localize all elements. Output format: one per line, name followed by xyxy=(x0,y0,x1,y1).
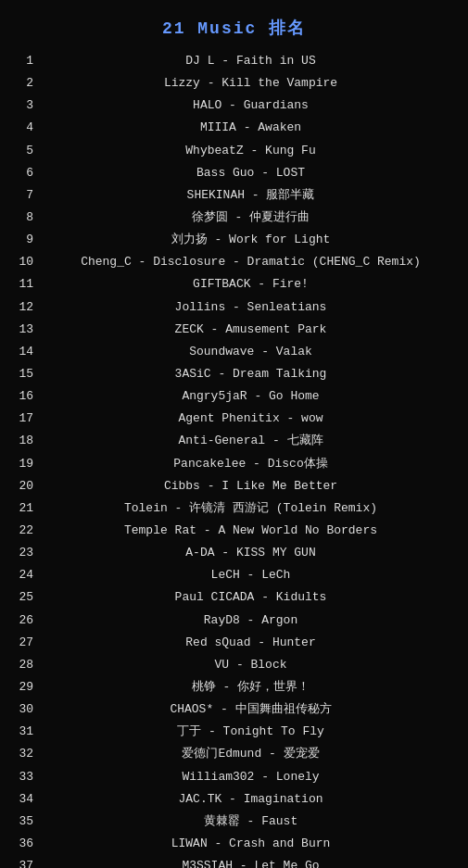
list-item: 24LeCH - LeCh xyxy=(0,564,468,586)
track-title: SHEKINAH - 服部半藏 xyxy=(43,186,459,205)
list-item: 10Cheng_C - Disclosure - Dramatic (CHENG… xyxy=(0,251,468,273)
track-title: GIFTBACK - Fire! xyxy=(43,275,459,294)
list-item: 13ZECK - Amusement Park xyxy=(0,319,468,341)
track-number: 24 xyxy=(9,566,43,585)
track-title: RayD8 - Argon xyxy=(43,611,459,630)
track-number: 5 xyxy=(9,142,43,160)
track-number: 29 xyxy=(9,678,43,697)
track-number: 30 xyxy=(9,700,43,719)
track-title: LIWAN - Crash and Burn xyxy=(43,835,459,853)
track-number: 21 xyxy=(9,499,43,518)
list-item: 2Lizzy - Kill the Vampire xyxy=(0,72,468,94)
track-number: 32 xyxy=(9,745,43,763)
list-item: 28VU - Block xyxy=(0,654,468,676)
track-number: 28 xyxy=(9,656,43,674)
track-number: 12 xyxy=(9,298,43,317)
track-list: 1DJ L - Faith in US2Lizzy - Kill the Vam… xyxy=(0,50,468,868)
track-title: Cheng_C - Disclosure - Dramatic (CHENG_C… xyxy=(43,253,459,271)
track-title: Cibbs - I Like Me Better xyxy=(43,477,459,496)
list-item: 22Temple Rat - A New World No Borders xyxy=(0,520,468,542)
track-title: WhybeatZ - Kung Fu xyxy=(43,142,459,160)
track-title: 刘力扬 - Work for Light xyxy=(43,231,459,249)
track-title: MIIIA - Awaken xyxy=(43,119,459,137)
track-number: 6 xyxy=(9,164,43,182)
list-item: 29桃铮 - 你好，世界！ xyxy=(0,676,468,698)
list-item: 25Paul CICADA - Kidults xyxy=(0,586,468,609)
track-title: JAC.TK - Imagination xyxy=(43,790,459,809)
list-item: 19Pancakelee - Disco体操 xyxy=(0,453,468,475)
track-title: 桃铮 - 你好，世界！ xyxy=(43,678,459,697)
list-item: 18Anti-General - 七藏阵 xyxy=(0,430,468,452)
track-number: 13 xyxy=(9,321,43,339)
track-number: 9 xyxy=(9,231,43,249)
track-number: 23 xyxy=(9,544,43,562)
track-title: Bass Guo - LOST xyxy=(43,164,459,182)
track-number: 34 xyxy=(9,790,43,809)
list-item: 8徐梦圆 - 仲夏进行曲 xyxy=(0,207,468,229)
list-item: 32爱德门Edmund - 爱宠爱 xyxy=(0,743,468,765)
track-number: 36 xyxy=(9,835,43,853)
list-item: 4MIIIA - Awaken xyxy=(0,117,468,139)
track-number: 15 xyxy=(9,365,43,384)
track-title: Pancakelee - Disco体操 xyxy=(43,455,459,473)
track-number: 4 xyxy=(9,119,43,137)
list-item: 17Agent Phenitix - wow xyxy=(0,408,468,430)
track-title: DJ L - Faith in US xyxy=(43,52,459,70)
list-item: 7SHEKINAH - 服部半藏 xyxy=(0,184,468,207)
track-number: 31 xyxy=(9,723,43,741)
track-title: 丁于 - Tonight To Fly xyxy=(43,723,459,741)
list-item: 23A-DA - KISS MY GUN xyxy=(0,542,468,564)
list-item: 3HALO - Guardians xyxy=(0,94,468,117)
track-number: 22 xyxy=(9,522,43,540)
list-item: 12Jollins - Senleatians xyxy=(0,296,468,319)
list-item: 1DJ L - Faith in US xyxy=(0,50,468,72)
list-item: 34JAC.TK - Imagination xyxy=(0,788,468,811)
track-number: 14 xyxy=(9,343,43,361)
list-item: 26RayD8 - Argon xyxy=(0,610,468,632)
track-number: 35 xyxy=(9,812,43,831)
track-title: HALO - Guardians xyxy=(43,96,459,115)
list-item: 33William302 - Lonely xyxy=(0,766,468,788)
track-number: 33 xyxy=(9,768,43,786)
list-item: 11GIFTBACK - Fire! xyxy=(0,273,468,296)
track-title: Jollins - Senleatians xyxy=(43,298,459,317)
track-title: Anti-General - 七藏阵 xyxy=(43,432,459,450)
track-title: 黄棘罂 - Faust xyxy=(43,812,459,831)
track-number: 16 xyxy=(9,387,43,406)
track-number: 18 xyxy=(9,432,43,450)
track-number: 3 xyxy=(9,96,43,115)
track-number: 25 xyxy=(9,588,43,607)
track-title: Lizzy - Kill the Vampire xyxy=(43,74,459,93)
list-item: 20Cibbs - I Like Me Better xyxy=(0,475,468,497)
track-title: A-DA - KISS MY GUN xyxy=(43,544,459,562)
page-title: 21 Music 排名 xyxy=(0,9,468,50)
list-item: 5WhybeatZ - Kung Fu xyxy=(0,140,468,162)
list-item: 153ASiC - Dream Talking xyxy=(0,363,468,385)
track-title: ZECK - Amusement Park xyxy=(43,321,459,339)
list-item: 37M3SSIAH - Let Me Go xyxy=(0,855,468,868)
list-item: 16Angry5jaR - Go Home xyxy=(0,385,468,408)
list-item: 27Red sQuad - Hunter xyxy=(0,632,468,654)
list-item: 36LIWAN - Crash and Burn xyxy=(0,833,468,855)
track-title: Angry5jaR - Go Home xyxy=(43,387,459,406)
track-title: CHAOS* - 中国舞曲祖传秘方 xyxy=(43,700,459,719)
list-item: 9刘力扬 - Work for Light xyxy=(0,229,468,251)
track-title: William302 - Lonely xyxy=(43,768,459,786)
track-title: Agent Phenitix - wow xyxy=(43,409,459,428)
track-title: 3ASiC - Dream Talking xyxy=(43,365,459,384)
track-number: 2 xyxy=(9,74,43,93)
track-title: Soundwave - Valak xyxy=(43,343,459,361)
track-number: 8 xyxy=(9,208,43,227)
track-number: 11 xyxy=(9,275,43,294)
track-title: LeCH - LeCh xyxy=(43,566,459,585)
list-item: 14Soundwave - Valak xyxy=(0,341,468,363)
list-item: 35黄棘罂 - Faust xyxy=(0,811,468,833)
track-title: 爱德门Edmund - 爱宠爱 xyxy=(43,745,459,763)
track-number: 17 xyxy=(9,409,43,428)
track-title: 徐梦圆 - 仲夏进行曲 xyxy=(43,208,459,227)
track-title: Paul CICADA - Kidults xyxy=(43,588,459,607)
track-title: M3SSIAH - Let Me Go xyxy=(43,857,459,868)
track-number: 37 xyxy=(9,857,43,868)
track-title: Red sQuad - Hunter xyxy=(43,634,459,652)
list-item: 6Bass Guo - LOST xyxy=(0,162,468,184)
